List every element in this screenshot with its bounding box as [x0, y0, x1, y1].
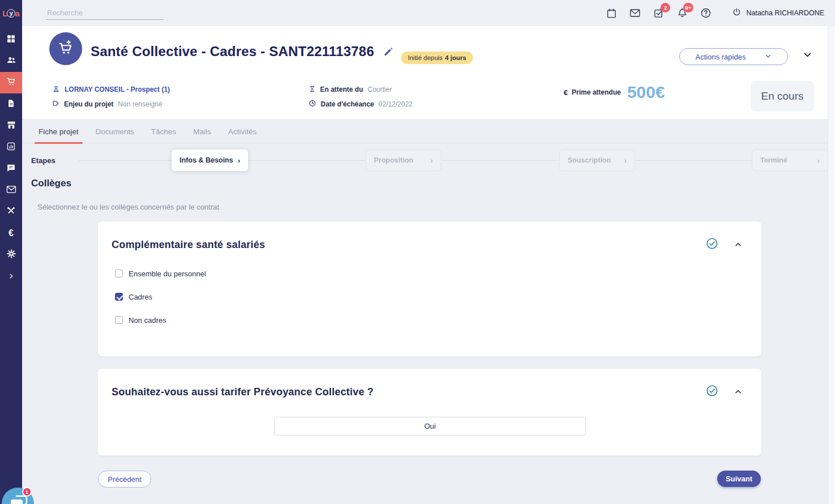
chat-icon [6, 163, 16, 175]
chevron-right-icon: › [817, 156, 820, 165]
chevron-up-icon[interactable] [734, 388, 742, 396]
option-label: Cadres [129, 293, 152, 301]
dashboard-icon [6, 34, 16, 46]
chat-unread-badge: 1 [22, 487, 32, 497]
page-title: Santé Collective - Cadres - SANT22111378… [91, 44, 374, 59]
tab-taches[interactable]: Tâches [151, 127, 176, 143]
gear-icon [6, 249, 16, 261]
edit-title-icon[interactable] [384, 47, 393, 57]
tab-bar: Fiche projet Documents Tâches Mails Acti… [22, 119, 828, 143]
notifications-count-badge: 9+ [683, 3, 694, 12]
check-circle-icon [706, 237, 718, 252]
sidebar-item-tools[interactable] [0, 201, 22, 223]
chevron-down-icon [765, 53, 772, 61]
project-header: Santé Collective - Cadres - SANT22111378… [22, 26, 828, 119]
sidebar: Lya [0, 0, 22, 504]
waiting-value: Courtier [368, 86, 392, 93]
sidebar-item-projects[interactable] [0, 72, 22, 93]
calendar-icon[interactable] [606, 8, 617, 19]
quick-actions-button[interactable]: Actions rapides [679, 48, 788, 65]
check-circle-icon [706, 385, 718, 399]
project-type-badge [49, 32, 82, 65]
option-non-cadres[interactable]: Non cadres [115, 314, 761, 326]
search-input[interactable] [46, 6, 164, 20]
waiting-row: En attente du Courtier [309, 84, 412, 95]
sidebar-item-statistics[interactable] [0, 136, 22, 158]
card-colleges: Complémentaire santé salariés Ensemble d… [97, 221, 762, 357]
contacts-icon [6, 55, 16, 67]
checkbox[interactable] [115, 270, 123, 277]
sidebar-item-messages[interactable] [0, 158, 22, 180]
sidebar-item-mail[interactable] [0, 180, 22, 201]
oui-answer-button[interactable]: Oui [274, 417, 586, 435]
user-menu[interactable]: Natacha RICHIARDONE [732, 7, 824, 19]
sidebar-item-documents[interactable] [0, 93, 22, 115]
client-row: LORNAY CONSEIL - Prospect (1) [52, 84, 170, 95]
cart-icon [6, 76, 16, 89]
sidebar-item-finance[interactable]: € [0, 223, 22, 244]
app-logo[interactable]: Lya [0, 0, 22, 26]
section-subtitle: Sélectionnez le ou les collèges concerné… [37, 203, 219, 211]
chevron-right-icon: › [431, 156, 433, 165]
card-prevoyance: Souhaitez-vous aussi tarifer Prévoyance … [97, 368, 762, 456]
step-termine[interactable]: Terminé› [752, 150, 828, 171]
scrollbar-track[interactable] [828, 26, 835, 504]
next-button[interactable]: Suivant [717, 471, 761, 487]
store-icon [6, 120, 16, 132]
clock-icon [309, 100, 316, 109]
tab-documents[interactable]: Documents [96, 127, 134, 143]
bell-icon[interactable]: 9+ [677, 7, 688, 19]
user-name: Natacha RICHIARDONE [746, 9, 824, 17]
section-title: Collèges [31, 178, 71, 189]
sidebar-item-expand[interactable] [0, 266, 22, 287]
client-link[interactable]: LORNAY CONSEIL - Prospect (1) [65, 86, 170, 93]
sidebar-nav: € [0, 29, 22, 287]
help-icon[interactable] [700, 7, 712, 19]
euro-icon: € [8, 228, 14, 238]
chevron-right-icon: › [624, 156, 627, 165]
chevron-right-icon: › [238, 156, 240, 165]
hourglass-icon [309, 85, 316, 95]
step-proposition[interactable]: Proposition› [365, 150, 441, 171]
due-date-value: 02/12/2022 [378, 100, 412, 108]
person-icon [52, 85, 60, 95]
sidebar-item-marketplace[interactable] [0, 115, 22, 136]
power-icon [732, 7, 742, 19]
stepper-label: Etapes [31, 156, 56, 165]
tools-icon [6, 206, 16, 218]
previous-button[interactable]: Précédent [98, 471, 151, 488]
option-label: Ensemble du personnel [129, 270, 206, 278]
checkbox[interactable] [115, 293, 123, 301]
collapse-header-icon[interactable] [803, 50, 812, 59]
app-root: Lya [0, 0, 835, 504]
card-title: Souhaitez-vous aussi tarifer Prévoyance … [112, 386, 374, 398]
chevron-up-icon[interactable] [734, 241, 742, 249]
tab-mails[interactable]: Mails [193, 127, 211, 143]
step-souscription[interactable]: Souscription› [559, 150, 635, 171]
stake-value: Non renseigné [118, 100, 162, 108]
tab-fiche-projet[interactable]: Fiche projet [39, 127, 79, 143]
envelope-icon [6, 185, 16, 196]
expected-premium: € Prime attendue 500€ [564, 83, 665, 102]
tab-activites[interactable]: Activités [228, 127, 257, 143]
sidebar-item-dashboard[interactable] [0, 29, 22, 50]
option-cadres[interactable]: Cadres [115, 291, 761, 302]
due-date-row: Date d'échéance 02/12/2022 [309, 99, 412, 109]
mail-icon[interactable] [629, 8, 641, 18]
euro-icon: € [564, 88, 568, 97]
premium-label: Prime attendue [572, 88, 621, 96]
status-badge: En cours [751, 81, 814, 112]
sidebar-item-contacts[interactable] [0, 50, 22, 72]
initiated-badge: Initié depuis4 jours [401, 52, 473, 64]
chevron-right-icon [8, 271, 14, 281]
option-label: Non cadres [129, 316, 166, 324]
step-infos-besoins[interactable]: Infos & Besoins› [172, 150, 248, 171]
college-options: Ensemble du personnel Cadres Non cadres [98, 268, 761, 326]
card-title: Complémentaire santé salariés [112, 239, 265, 251]
sidebar-item-settings[interactable] [0, 244, 22, 266]
tag-icon [52, 100, 59, 109]
cart-plus-icon [57, 39, 75, 59]
tasks-icon[interactable]: 2 [653, 7, 664, 19]
checkbox[interactable] [115, 316, 123, 324]
option-ensemble-personnel[interactable]: Ensemble du personnel [115, 268, 761, 279]
